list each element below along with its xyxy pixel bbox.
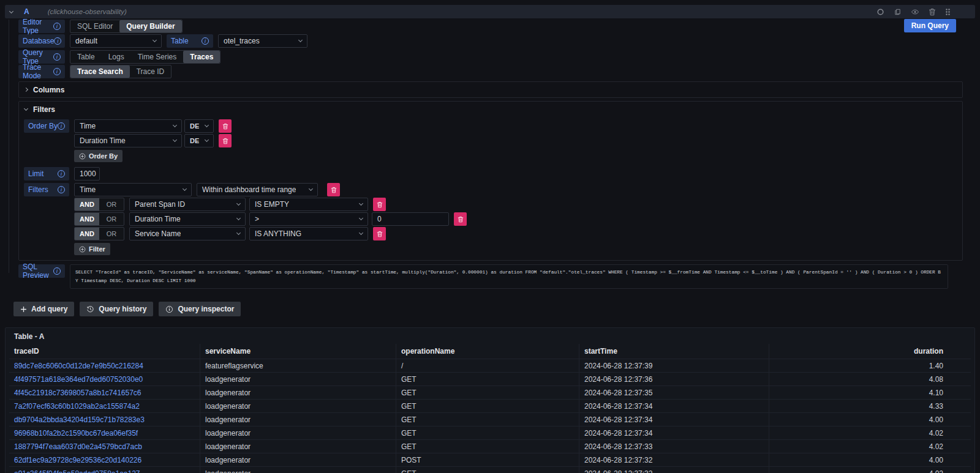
query-type-table[interactable]: Table xyxy=(70,51,102,63)
info-circle-icon xyxy=(165,305,173,313)
panel-title[interactable]: Table - A xyxy=(9,328,971,344)
drag-handle-icon[interactable] xyxy=(945,8,951,16)
editor-type-sql-editor[interactable]: SQL Editor xyxy=(70,20,119,32)
remove-order-by-button[interactable] xyxy=(219,134,232,147)
chevron-right-icon xyxy=(24,88,28,92)
info-icon[interactable] xyxy=(53,23,61,30)
table-row: 62df1ec9a29728c9e29536c20d140226 loadgen… xyxy=(9,453,971,466)
table-select[interactable]: otel_traces xyxy=(218,34,307,48)
chevron-down-icon xyxy=(153,38,157,42)
conjunction-switch: AND OR xyxy=(74,198,124,211)
query-editor-row: A (clickhouse-observability) xyxy=(5,5,975,316)
trace-id-link[interactable]: 96968b10fa2b2c1590bc67dea06ef35f xyxy=(9,426,200,439)
order-by-label: Order By xyxy=(24,119,69,133)
remove-filter-button[interactable] xyxy=(373,198,386,211)
query-inspector-button[interactable]: Query inspector xyxy=(159,302,241,316)
filter-field-select[interactable]: Duration Time xyxy=(129,212,246,226)
remove-filter-button[interactable] xyxy=(373,227,386,240)
table-row: e91c3645f04fa5e58adcd0758e1ea127 loadgen… xyxy=(9,466,971,473)
info-icon[interactable] xyxy=(58,186,65,193)
column-header-starttime[interactable]: startTime xyxy=(579,344,769,359)
info-icon[interactable] xyxy=(53,267,61,275)
query-type-time-series[interactable]: Time Series xyxy=(131,51,184,63)
info-icon[interactable] xyxy=(58,122,65,130)
chevron-down-icon xyxy=(359,201,363,206)
query-type-traces[interactable]: Traces xyxy=(183,51,220,63)
eye-icon[interactable] xyxy=(911,8,919,16)
database-select[interactable]: default xyxy=(70,34,162,48)
filters-label: Filters xyxy=(24,183,69,196)
copy-icon[interactable] xyxy=(894,8,902,16)
filter-field-select[interactable]: Service Name xyxy=(129,227,246,240)
limit-label: Limit xyxy=(24,167,69,181)
or-option[interactable]: OR xyxy=(99,213,124,225)
filter-value-input[interactable]: 0 xyxy=(372,212,449,226)
add-order-by-button[interactable]: Order By xyxy=(74,150,123,162)
filter-field-select[interactable]: Parent Span ID xyxy=(129,198,246,211)
trace-id-link[interactable]: 1887794f7eaa6037d0e2a4579bcd7acb xyxy=(9,440,200,453)
trace-id-link[interactable]: 4f497571a618e364ed7ded60752030e0 xyxy=(9,373,200,385)
run-query-button[interactable]: Run Query xyxy=(904,19,956,32)
columns-section-toggle[interactable]: Columns xyxy=(19,82,962,97)
order-by-row: Duration Time DESC xyxy=(74,134,232,147)
filters-section-toggle[interactable]: Filters xyxy=(19,102,962,117)
operation-name-cell: GET xyxy=(396,373,579,385)
remove-filter-button[interactable] xyxy=(327,183,340,196)
start-time-cell: 2024-06-28 12:37:32 xyxy=(579,467,769,473)
add-query-button[interactable]: Add query xyxy=(13,302,74,316)
trash-icon[interactable] xyxy=(929,8,936,16)
and-option[interactable]: AND xyxy=(75,198,99,210)
limit-input[interactable]: 1000 xyxy=(74,167,100,181)
order-by-field-select[interactable]: Duration Time xyxy=(74,134,182,147)
grafana-query-editor-screen: A (clickhouse-observability) xyxy=(0,0,980,473)
column-header-servicename[interactable]: serviceName xyxy=(200,344,396,359)
query-history-button[interactable]: Query history xyxy=(80,302,153,316)
help-circle-icon[interactable] xyxy=(876,8,884,16)
query-type-logs[interactable]: Logs xyxy=(102,51,131,63)
trace-id-link[interactable]: 7a2f07ecf63c60b1029ab2ac155874a2 xyxy=(9,400,200,412)
remove-filter-button[interactable] xyxy=(454,212,467,226)
info-icon[interactable] xyxy=(53,53,61,61)
table-row: 96968b10fa2b2c1590bc67dea06ef35f loadgen… xyxy=(9,426,971,439)
and-option[interactable]: AND xyxy=(75,228,99,240)
order-by-direction-select[interactable]: DESC xyxy=(184,119,214,133)
or-option[interactable]: OR xyxy=(99,198,124,210)
sql-preview-label: SQL Preview xyxy=(18,264,65,278)
start-time-cell: 2024-06-28 12:37:36 xyxy=(579,373,769,385)
filter-operator-select[interactable]: IS EMPTY xyxy=(249,198,368,211)
column-header-duration[interactable]: duration xyxy=(769,344,971,359)
filter-operator-select[interactable]: IS ANYTHING xyxy=(249,227,368,240)
chevron-down-icon xyxy=(359,216,363,220)
order-by-field-select[interactable]: Time xyxy=(74,119,182,133)
collapse-chevron-icon[interactable] xyxy=(9,9,13,13)
info-icon[interactable] xyxy=(53,68,61,75)
trace-id-link[interactable]: 4f45c21918c73698057a8b1c741657c6 xyxy=(9,386,200,399)
filter-rows: AND OR Parent Span ID IS EMPTY xyxy=(74,198,467,240)
column-header-traceid[interactable]: traceID xyxy=(9,344,200,359)
trace-id-link[interactable]: db9704a2bbda34204d159c71b78283e3 xyxy=(9,413,200,426)
trace-id-link[interactable]: 89dc7e8c6060c0d12de7e9b50c216284 xyxy=(9,359,200,372)
info-icon[interactable] xyxy=(58,170,65,177)
or-option[interactable]: OR xyxy=(99,228,124,240)
editor-type-query-builder[interactable]: Query Builder xyxy=(119,20,181,32)
trace-id-link[interactable]: e91c3645f04fa5e58adcd0758e1ea127 xyxy=(9,467,200,473)
operation-name-cell: GET xyxy=(396,386,579,399)
trace-mode-trace-id[interactable]: Trace ID xyxy=(130,65,172,78)
add-filter-button[interactable]: Filter xyxy=(74,243,110,255)
column-header-operationname[interactable]: operationName xyxy=(396,344,579,359)
plus-circle-icon xyxy=(79,246,86,253)
order-by-direction-select[interactable]: DESC xyxy=(184,134,214,147)
and-option[interactable]: AND xyxy=(75,213,99,225)
query-row-header[interactable]: A (clickhouse-observability) xyxy=(5,5,975,18)
filter-operator-select[interactable]: > xyxy=(249,212,368,226)
info-icon[interactable] xyxy=(54,37,61,45)
time-filter-row: Time Within dashboard time range xyxy=(74,183,467,196)
trace-mode-trace-search[interactable]: Trace Search xyxy=(70,65,130,78)
info-icon[interactable] xyxy=(202,37,209,45)
database-label: Database xyxy=(18,34,65,48)
filter-field-select[interactable]: Time xyxy=(74,183,192,196)
query-ref-id: A xyxy=(24,7,29,16)
trace-id-link[interactable]: 62df1ec9a29728c9e29536c20d140226 xyxy=(9,453,200,466)
filter-condition-select[interactable]: Within dashboard time range xyxy=(197,183,318,196)
remove-order-by-button[interactable] xyxy=(219,119,232,133)
